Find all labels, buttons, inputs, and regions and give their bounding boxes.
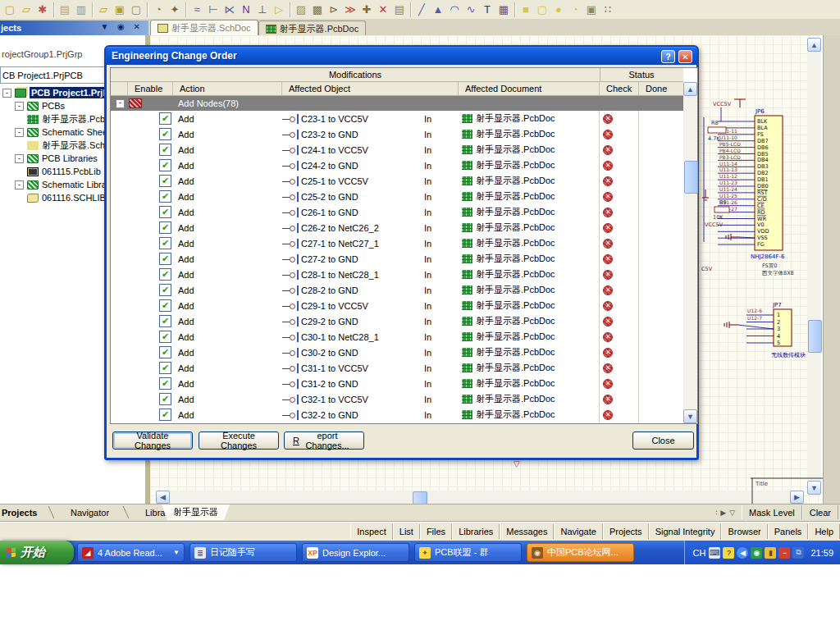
row-checkbox[interactable]: ✔ [159, 409, 171, 421]
security-lock-icon[interactable]: ▮ [765, 547, 776, 559]
statusbar-projects[interactable]: Projects [603, 524, 649, 539]
eco-row[interactable]: ✔AddC25-1 to VCC5VIn射手显示器.PcbDoc✕ [111, 173, 683, 189]
toolbar-rounded-rectangle-icon[interactable]: ▢ [534, 2, 550, 18]
eco-row[interactable]: ✔AddC28-2 to GNDIn射手显示器.PcbDoc✕ [111, 282, 683, 298]
close-button[interactable]: Close [632, 431, 694, 450]
help-input-icon[interactable]: ? [723, 547, 734, 559]
group-row[interactable]: - Add Nodes(78) [111, 96, 683, 111]
disconnect-icon[interactable]: − [778, 547, 790, 559]
toolbar-digital-device-icon[interactable]: ⊳ [326, 2, 342, 18]
start-button[interactable]: 开始 [0, 541, 74, 564]
toolbar-rectangle-icon[interactable]: ■ [518, 2, 534, 18]
toolbar-probe-icon[interactable]: ⋉ [221, 2, 238, 18]
row-checkbox[interactable]: ✔ [159, 175, 171, 187]
toolbar-sine-wave-icon[interactable]: ∿ [463, 2, 479, 18]
task-qq-group[interactable]: ✦PCB联盟 - 群 [414, 543, 522, 562]
toolbar-arc-icon[interactable]: ◠ [446, 2, 463, 18]
row-checkbox[interactable]: ✔ [159, 268, 171, 281]
row-checkbox[interactable]: ✔ [159, 159, 171, 171]
network-icon[interactable]: ⧉ [792, 547, 804, 559]
toolbar-new-project-icon[interactable]: ✱ [34, 2, 51, 18]
statusbar-inspect[interactable]: Inspect [350, 524, 392, 539]
statusbar-libraries[interactable]: Libraries [452, 524, 500, 539]
row-checkbox[interactable]: ✔ [159, 221, 171, 234]
eco-row[interactable]: ✔AddC29-1 to VCC5VIn射手显示器.PcbDoc✕ [111, 298, 683, 313]
eco-row[interactable]: ✔AddC27-2 to GNDIn射手显示器.PcbDoc✕ [111, 251, 683, 267]
statusbar-files[interactable]: Files [420, 524, 452, 539]
row-checkbox[interactable]: ✔ [159, 299, 171, 312]
toolbar-find-document-icon[interactable]: ◔ [150, 2, 167, 18]
panel-tab-navigator[interactable]: Navigator [62, 504, 117, 520]
toolbar-configure-icon[interactable]: ✦ [167, 2, 183, 18]
row-checkbox[interactable]: ✔ [159, 362, 171, 374]
toolbar-ellipse-icon[interactable]: ● [550, 2, 567, 18]
action-column-header[interactable]: Action [173, 82, 282, 95]
toolbar-wire-icon[interactable]: ≈ [189, 2, 205, 18]
filter-icon[interactable]: ▽ [729, 509, 735, 517]
row-checkbox[interactable]: ✔ [159, 128, 171, 140]
row-checkbox[interactable]: ✔ [159, 393, 171, 405]
row-checkbox[interactable]: ✔ [159, 284, 171, 296]
toolbar-align-array-icon[interactable]: ∷ [600, 2, 616, 18]
help-icon[interactable]: ? [661, 50, 675, 63]
statusbar-list[interactable]: List [393, 524, 420, 539]
table-vertical-scrollbar[interactable]: ▲ ▼ [683, 82, 697, 423]
affected-object-column-header[interactable]: Affected Object [282, 82, 459, 95]
statusbar-browser[interactable]: Browser [721, 524, 767, 539]
expand-toggle-icon[interactable]: - [15, 102, 24, 111]
eco-row[interactable]: ✔AddC31-1 to VCC5VIn射手显示器.PcbDoc✕ [111, 360, 683, 376]
scroll-left-icon[interactable]: ◀ [156, 491, 170, 504]
done-column-header[interactable]: Done [639, 82, 683, 95]
input-language-badge[interactable]: CH [693, 548, 706, 558]
snap-icon[interactable]: ∶ [715, 509, 717, 517]
expand-toggle-icon[interactable]: - [15, 128, 24, 137]
toolbar-text-icon[interactable]: T [479, 2, 495, 18]
task-dxp[interactable]: XPDesign Explor... [302, 543, 409, 562]
eco-row[interactable]: ✔AddC32-2 to GNDIn射手显示器.PcbDoc✕ [111, 407, 683, 422]
panel-tab-projects[interactable]: Projects [0, 504, 45, 520]
statusbar-help[interactable]: Help [808, 524, 840, 539]
eco-row[interactable]: ✔AddC25-2 to GNDIn射手显示器.PcbDoc✕ [111, 189, 683, 204]
eco-row[interactable]: ✔AddC24-2 to GNDIn射手显示器.PcbDoc✕ [111, 158, 683, 173]
toolbar-new-document-icon[interactable]: ▢ [2, 2, 18, 18]
keyboard-icon[interactable]: ⌨ [709, 547, 720, 559]
eco-row[interactable]: ✔AddC23-1 to VCC5VIn射手显示器.PcbDoc✕ [111, 111, 683, 126]
expand-toggle-icon[interactable]: - [15, 180, 24, 189]
run-icon[interactable]: ▶ [720, 509, 726, 517]
report-changes-button[interactable]: Report Changes... [284, 431, 364, 450]
eco-row[interactable]: ✔AddC32-1 to VCC5VIn射手显示器.PcbDoc✕ [111, 391, 683, 407]
chevron-down-icon[interactable]: ▼ [173, 549, 180, 556]
projects-panel-header[interactable]: jects ▼ ◉ ✕ [0, 21, 148, 35]
scroll-down-icon[interactable]: ▼ [683, 409, 697, 423]
toolbar-paste-special-icon[interactable]: ▩ [309, 2, 326, 18]
row-checkbox[interactable]: ✔ [159, 237, 171, 249]
collapse-toggle-icon[interactable]: - [116, 99, 125, 108]
toolbar-power-port-icon[interactable]: ⊥ [254, 2, 271, 18]
eco-row[interactable]: ✔AddC26-1 to GNDIn射手显示器.PcbDoc✕ [111, 204, 683, 220]
toolbar-bus-repeater-icon[interactable]: ≫ [342, 2, 358, 18]
affected-document-column-header[interactable]: Affected Document [459, 82, 600, 95]
task-adobe-reader[interactable]: ◢4 Adobe Read...▼ [77, 543, 185, 562]
eco-row[interactable]: ✔AddC27-1 to NetC27_1In射手显示器.PcbDoc✕ [111, 235, 683, 251]
eco-row[interactable]: ✔AddC30-2 to GNDIn射手显示器.PcbDoc✕ [111, 345, 683, 360]
collapse-arrow-icon[interactable]: ◀ [737, 547, 748, 559]
toolbar-print-icon[interactable]: ▥ [73, 2, 89, 18]
eco-row[interactable]: ✔AddC30-1 to NetC28_1In射手显示器.PcbDoc✕ [111, 329, 683, 345]
statusbar-panels[interactable]: Panels [768, 524, 809, 539]
row-checkbox[interactable]: ✔ [159, 315, 171, 327]
document-tab[interactable]: 射手显示器.SchDoc [150, 20, 258, 36]
toolbar-open-folder-icon[interactable]: ▱ [95, 2, 112, 18]
toolbar-open-project-icon[interactable]: ▱ [18, 2, 34, 18]
close-icon[interactable]: ✕ [678, 50, 692, 63]
document-tab[interactable]: 射手显示器.PcbDoc [258, 21, 367, 36]
toolbar-graphic-frame-icon[interactable]: ▣ [583, 2, 600, 18]
eco-row[interactable]: ✔AddC24-1 to VCC5VIn射手显示器.PcbDoc✕ [111, 142, 683, 158]
panel-header-buttons[interactable]: ▼ ◉ ✕ [100, 22, 144, 31]
scroll-up-icon[interactable]: ▲ [683, 82, 697, 96]
toolbar-pie-icon[interactable]: ◔ [567, 2, 583, 18]
eco-row[interactable]: ✔AddC29-2 to GNDIn射手显示器.PcbDoc✕ [111, 313, 683, 329]
row-checkbox[interactable]: ✔ [159, 346, 171, 358]
toolbar-paste-array-icon[interactable]: ▨ [293, 2, 309, 18]
expand-toggle-icon[interactable]: - [15, 154, 24, 163]
task-notepad[interactable]: ≣日记随手写 [189, 543, 297, 562]
